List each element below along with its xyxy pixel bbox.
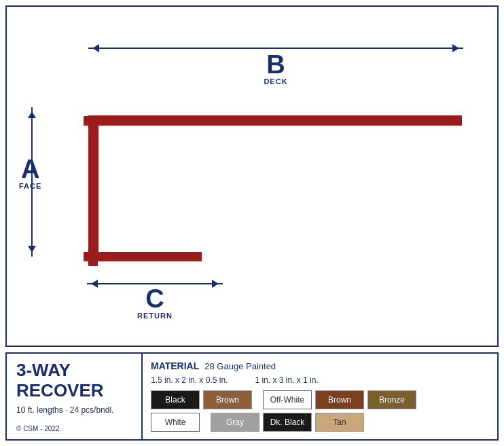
swatch-brown-left: Brown	[203, 390, 252, 409]
copyright: © CSM - 2022	[16, 420, 132, 432]
sizes-row: 1.5 in. x 2 in. x 0.5 in. 1 in. x 3 in. …	[151, 375, 489, 385]
material-header: MATERIAL 28 Gauge Painted	[151, 360, 489, 371]
product-title: 3-WAYRECOVER	[16, 360, 132, 401]
material-section: MATERIAL 28 Gauge Painted 1.5 in. x 2 in…	[143, 354, 497, 439]
a-label: A FACE	[19, 156, 41, 190]
swatch-black: Black	[151, 390, 200, 409]
swatch-dk-black: Dk. Black	[263, 413, 312, 432]
size1: 1.5 in. x 2 in. x 0.5 in.	[151, 375, 228, 385]
b-arrow	[88, 48, 463, 49]
b-letter: B	[264, 52, 287, 77]
colors-left-row1: Black Brown	[151, 390, 252, 409]
swatch-bronze: Bronze	[367, 390, 416, 409]
swatch-white: White	[151, 413, 200, 432]
a-letter: A	[19, 156, 41, 182]
swatch-gray: Gray	[211, 413, 259, 432]
swatch-off-white: Off-White	[263, 390, 312, 409]
product-name-section: 3-WAYRECOVER 10 ft. lengths · 24 pcs/bnd…	[7, 354, 143, 439]
colors-left-row2: White	[151, 413, 200, 432]
swatch-brown-right: Brown	[315, 390, 364, 409]
product-details: 10 ft. lengths · 24 pcs/bndl.	[16, 405, 132, 415]
swatch-tan: Tan	[315, 413, 364, 432]
c-sublabel: RETURN	[87, 312, 223, 320]
material-value: 28 Gauge Painted	[204, 361, 276, 371]
material-label: MATERIAL	[151, 360, 199, 371]
colors-right-row2: Gray Dk. Black Tan	[211, 413, 364, 432]
colors-right-row1: Off-White Brown Bronze	[263, 390, 416, 409]
colors-row2: White Gray Dk. Black Tan	[151, 413, 489, 432]
profile-shape	[61, 75, 462, 305]
info-panel: 3-WAYRECOVER 10 ft. lengths · 24 pcs/bnd…	[5, 352, 499, 441]
diagram-area: B DECK A FACE C RETURN	[5, 5, 499, 347]
a-sublabel: FACE	[19, 182, 41, 190]
colors-row1: Black Brown Off-White Brown Bronze	[151, 390, 489, 409]
size2: 1 in. x 3 in. x 1 in.	[255, 375, 318, 385]
